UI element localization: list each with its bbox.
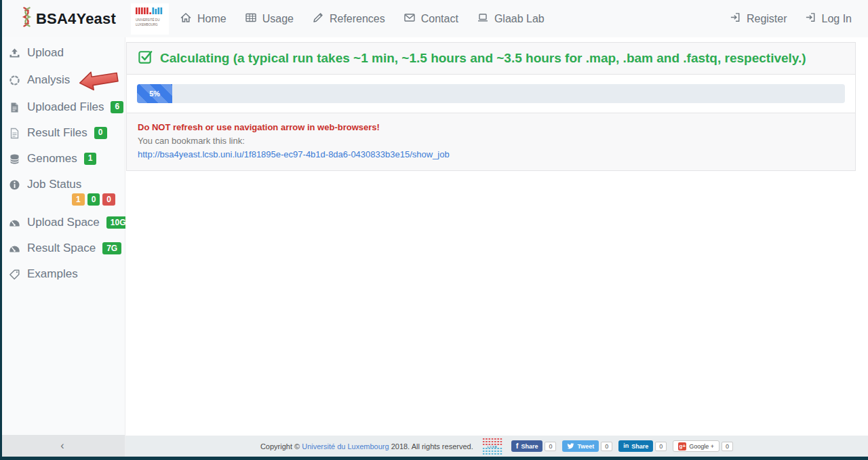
check-square-icon [138,49,153,68]
sidebar-item-genomes[interactable]: Genomes 1 [0,147,125,170]
nav-glaab-lab-label: Glaab Lab [494,13,545,25]
bsa4yeast-app: BSA4Yeast UNIVERSITÉ DU LUXEMBOURG [0,0,868,460]
file-icon [9,102,20,113]
job-progress-section: Calculating (a typical run takes ~1 min,… [125,37,868,436]
pencil-icon [312,12,324,26]
lcsb-logo: LCSB [482,438,502,455]
linkedin-icon: in [623,443,629,449]
sidebar-uploaded-files-label: Uploaded Files [27,100,104,114]
job-done-badge: 0 [87,193,100,206]
tweet-button[interactable]: Tweet [562,440,599,452]
file-outline-icon [9,128,20,139]
facebook-share-count: 0 [545,442,556,451]
sidebar-item-job-status[interactable]: Job Status [0,173,125,196]
sidebar-upload-space-label: Upload Space [27,216,100,229]
nav-usage[interactable]: Usage [245,12,294,26]
home-icon [180,12,192,26]
spinner-icon [9,75,20,86]
nav-references[interactable]: References [312,12,385,26]
lcsb-logo-text: LCSB [488,445,498,448]
database-icon [9,153,20,165]
bookmark-note-panel: Do NOT refresh or use navigation arrow i… [126,113,856,171]
register-link[interactable]: Register [730,12,787,26]
nav-contact-label: Contact [421,13,458,25]
sidebar-item-uploaded-files[interactable]: Uploaded Files 6 [0,96,125,119]
genomes-count-badge: 1 [84,153,97,165]
nav-contact[interactable]: Contact [403,12,458,26]
linkedin-share-group: in Share 0 [618,440,667,452]
twitter-bird-icon [567,442,574,450]
analysis-pointer-arrow-icon [77,64,121,96]
nav-references-label: References [330,13,385,25]
sidebar-item-upload-space[interactable]: Upload Space 10G [0,211,125,234]
unilu-caption-1: UNIVERSITÉ DU [136,18,159,22]
auth-links: Register Log In [730,12,852,26]
facebook-share-group: f Share 0 [511,440,557,452]
nav-home[interactable]: Home [180,12,226,26]
sidebar: Upload Analysis Uploaded Files 6 [0,37,125,457]
gauge-icon [9,217,20,229]
googleplus-share-group: g+ Google + 0 [673,440,733,452]
sidebar-item-examples[interactable]: Examples [0,263,125,286]
sidebar-item-upload[interactable]: Upload [0,41,125,64]
sidebar-item-result-files[interactable]: Result Files 0 [0,121,125,145]
googleplus-label: Google + [689,443,714,450]
main-column: Calculating (a typical run takes ~1 min,… [125,37,868,457]
chevron-left-icon: ‹ [60,440,64,452]
university-link[interactable]: Université du Luxembourg [302,442,389,451]
info-icon [9,179,20,191]
sidebar-item-result-space[interactable]: Result Space 7G [0,237,125,260]
sidebar-result-files-label: Result Files [27,126,87,140]
copyright-prefix: Copyright © [260,442,302,451]
login-label: Log In [822,13,852,25]
job-failed-badge: 0 [102,193,115,206]
upload-icon [9,47,20,59]
status-heading: Calculating (a typical run takes ~1 min,… [138,49,844,68]
sidebar-collapse-button[interactable]: ‹ [0,435,125,457]
facebook-icon: f [516,442,519,450]
left-edge-stripe [0,0,2,460]
unilu-logo[interactable]: UNIVERSITÉ DU LUXEMBOURG [131,3,169,35]
sidebar-item-analysis[interactable]: Analysis [0,67,125,93]
sidebar-genomes-label: Genomes [27,152,77,166]
laptop-icon [477,12,489,26]
login-link[interactable]: Log In [805,12,852,26]
job-status-badges: 1 0 0 [0,193,125,206]
sidebar-job-status-label: Job Status [27,178,81,191]
sign-in-icon [805,12,816,26]
bottom-teal-strip [0,457,868,460]
brand-name: BSA4Yeast [36,10,116,28]
main-nav: Home Usage References Contact [180,12,545,26]
linkedin-share-count: 0 [655,442,667,451]
result-files-count-badge: 0 [94,127,107,139]
register-label: Register [747,13,787,25]
linkedin-share-label: Share [631,443,648,450]
unilu-caption-2: LUXEMBOURG [136,22,158,26]
facebook-share-button[interactable]: f Share [511,440,543,452]
gauge-icon [9,243,20,254]
nav-home-label: Home [197,13,226,25]
nav-usage-label: Usage [262,13,294,25]
twitter-share-group: Tweet 0 [562,440,612,452]
linkedin-share-button[interactable]: in Share [618,440,653,452]
job-running-badge: 1 [72,193,85,206]
sign-in-icon [730,12,741,26]
brand-logo[interactable]: BSA4Yeast [20,7,116,31]
tweet-label: Tweet [577,443,594,450]
copyright-suffix: 2018. All rights reserved. [389,442,473,451]
progress-fill: 5% [137,84,172,103]
nav-glaab-lab[interactable]: Glaab Lab [477,12,545,26]
copyright-text: Copyright © Université du Luxembourg 201… [260,442,473,451]
uploaded-files-count-badge: 6 [111,101,123,113]
bookmark-url-link[interactable]: http://bsa4yeast.lcsb.uni.lu/1f81895e-ec… [138,148,450,161]
table-icon [245,12,257,26]
facebook-share-label: Share [521,443,538,450]
status-panel: Calculating (a typical run takes ~1 min,… [126,42,856,75]
progress-bar-track: 5% [137,84,845,103]
sidebar-analysis-label: Analysis [27,73,70,87]
unilu-logo-icon: UNIVERSITÉ DU LUXEMBOURG [134,5,166,33]
googleplus-share-button[interactable]: g+ Google + [673,440,719,452]
sidebar-upload-label: Upload [27,46,64,60]
top-navbar: BSA4Yeast UNIVERSITÉ DU LUXEMBOURG [0,0,868,37]
result-space-badge: 7G [102,242,121,254]
